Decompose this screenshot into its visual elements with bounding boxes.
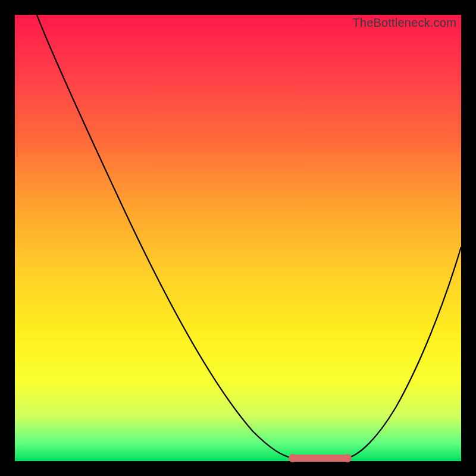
- plot-area: TheBottleneck.com: [15, 15, 461, 461]
- optimal-range-start-dot: [289, 454, 297, 462]
- bottleneck-curve: [15, 15, 461, 461]
- chart-container: TheBottleneck.com: [0, 0, 476, 476]
- optimal-range-marker: [292, 455, 348, 462]
- optimal-range-end-dot: [343, 454, 352, 462]
